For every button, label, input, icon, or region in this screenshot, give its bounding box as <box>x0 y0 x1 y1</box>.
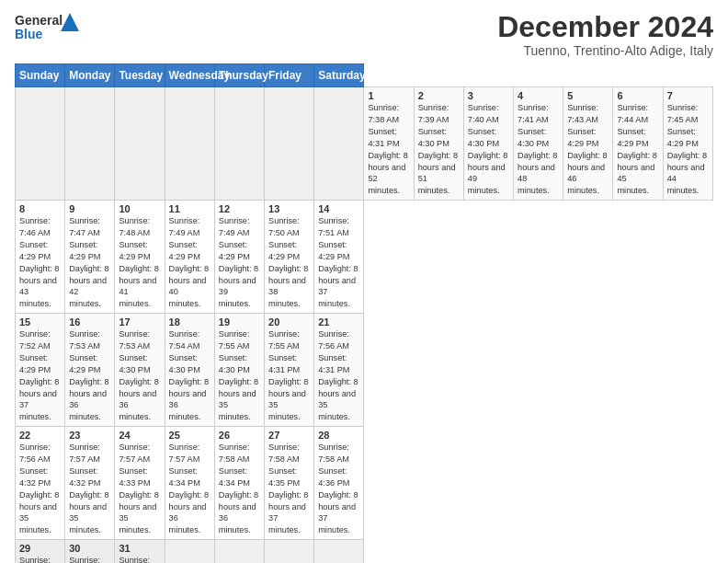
svg-text:General: General <box>15 13 63 28</box>
day-number: 27 <box>268 430 310 441</box>
day-number: 10 <box>119 203 160 214</box>
day-number: 26 <box>219 430 260 441</box>
day-info: Sunrise: 7:58 AM Sunset: 4:37 PM Dayligh… <box>69 555 110 563</box>
day-info: Sunrise: 7:44 AM Sunset: 4:29 PM Dayligh… <box>617 102 658 197</box>
table-row <box>265 540 314 563</box>
table-row: 21 Sunrise: 7:56 AM Sunset: 4:31 PM Dayl… <box>314 314 364 427</box>
table-row: 31 Sunrise: 7:59 AM Sunset: 4:38 PM Dayl… <box>115 540 165 563</box>
table-row <box>214 540 264 563</box>
day-number: 16 <box>69 316 110 327</box>
day-number: 25 <box>169 430 210 441</box>
day-number: 6 <box>617 90 658 101</box>
table-row: 5 Sunrise: 7:43 AM Sunset: 4:29 PM Dayli… <box>563 87 613 201</box>
day-info: Sunrise: 7:43 AM Sunset: 4:29 PM Dayligh… <box>567 102 609 197</box>
calendar-week-row: 22 Sunrise: 7:56 AM Sunset: 4:32 PM Dayl… <box>16 427 713 540</box>
header-row: Sunday Monday Tuesday Wednesday Thursday… <box>16 64 713 87</box>
day-number: 1 <box>368 90 409 101</box>
table-row: 26 Sunrise: 7:58 AM Sunset: 4:34 PM Dayl… <box>214 427 264 540</box>
day-info: Sunrise: 7:57 AM Sunset: 4:33 PM Dayligh… <box>119 442 160 536</box>
day-number: 19 <box>219 316 260 327</box>
day-info: Sunrise: 7:49 AM Sunset: 4:29 PM Dayligh… <box>219 215 260 310</box>
day-number: 2 <box>418 90 460 101</box>
table-row: 1 Sunrise: 7:38 AM Sunset: 4:31 PM Dayli… <box>364 87 414 201</box>
col-saturday: Saturday <box>314 64 364 87</box>
day-number: 28 <box>318 430 359 441</box>
day-number: 9 <box>69 203 110 214</box>
day-number: 17 <box>119 316 160 327</box>
table-row <box>65 87 115 201</box>
table-row <box>165 87 214 201</box>
day-info: Sunrise: 7:55 AM Sunset: 4:30 PM Dayligh… <box>219 328 260 423</box>
table-row: 10 Sunrise: 7:48 AM Sunset: 4:29 PM Dayl… <box>115 201 165 314</box>
day-number: 5 <box>567 90 609 101</box>
svg-marker-2 <box>61 13 79 31</box>
day-info: Sunrise: 7:41 AM Sunset: 4:30 PM Dayligh… <box>518 102 559 197</box>
calendar-week-row: 29 Sunrise: 7:58 AM Sunset: 4:36 PM Dayl… <box>16 540 713 563</box>
day-info: Sunrise: 7:57 AM Sunset: 4:34 PM Dayligh… <box>169 442 210 536</box>
table-row: 23 Sunrise: 7:57 AM Sunset: 4:32 PM Dayl… <box>65 427 115 540</box>
col-tuesday: Tuesday <box>115 64 165 87</box>
logo: General Blue <box>15 11 79 53</box>
table-row: 7 Sunrise: 7:45 AM Sunset: 4:29 PM Dayli… <box>663 87 712 201</box>
table-row <box>115 87 165 201</box>
table-row: 27 Sunrise: 7:58 AM Sunset: 4:35 PM Dayl… <box>265 427 314 540</box>
table-row: 19 Sunrise: 7:55 AM Sunset: 4:30 PM Dayl… <box>214 314 264 427</box>
logo-svg: General Blue <box>15 11 79 53</box>
calendar-table: Sunday Monday Tuesday Wednesday Thursday… <box>15 63 713 563</box>
day-info: Sunrise: 7:46 AM Sunset: 4:29 PM Dayligh… <box>19 215 61 310</box>
calendar-week-row: 1 Sunrise: 7:38 AM Sunset: 4:31 PM Dayli… <box>16 87 713 201</box>
table-row <box>314 87 364 201</box>
col-friday: Friday <box>265 64 314 87</box>
col-wednesday: Wednesday <box>165 64 214 87</box>
calendar-page: General Blue December 2024 Tuenno, Trent… <box>0 0 728 563</box>
calendar-week-row: 8 Sunrise: 7:46 AM Sunset: 4:29 PM Dayli… <box>16 201 713 314</box>
table-row: 8 Sunrise: 7:46 AM Sunset: 4:29 PM Dayli… <box>16 201 65 314</box>
day-number: 11 <box>169 203 210 214</box>
table-row: 11 Sunrise: 7:49 AM Sunset: 4:29 PM Dayl… <box>165 201 214 314</box>
day-info: Sunrise: 7:51 AM Sunset: 4:29 PM Dayligh… <box>318 215 359 310</box>
table-row: 15 Sunrise: 7:52 AM Sunset: 4:29 PM Dayl… <box>16 314 65 427</box>
header: General Blue December 2024 Tuenno, Trent… <box>15 11 713 58</box>
day-number: 12 <box>219 203 260 214</box>
day-info: Sunrise: 7:58 AM Sunset: 4:34 PM Dayligh… <box>219 442 260 536</box>
day-info: Sunrise: 7:38 AM Sunset: 4:31 PM Dayligh… <box>368 102 409 197</box>
day-info: Sunrise: 7:49 AM Sunset: 4:29 PM Dayligh… <box>169 215 210 310</box>
day-number: 15 <box>19 316 61 327</box>
table-row: 18 Sunrise: 7:54 AM Sunset: 4:30 PM Dayl… <box>165 314 214 427</box>
day-number: 30 <box>69 543 110 554</box>
day-info: Sunrise: 7:55 AM Sunset: 4:31 PM Dayligh… <box>268 328 310 423</box>
day-number: 13 <box>268 203 310 214</box>
month-title: December 2024 <box>497 11 713 43</box>
day-info: Sunrise: 7:47 AM Sunset: 4:29 PM Dayligh… <box>69 215 110 310</box>
day-info: Sunrise: 7:50 AM Sunset: 4:29 PM Dayligh… <box>268 215 310 310</box>
day-info: Sunrise: 7:58 AM Sunset: 4:36 PM Dayligh… <box>318 442 359 536</box>
day-info: Sunrise: 7:58 AM Sunset: 4:36 PM Dayligh… <box>19 555 61 563</box>
day-number: 23 <box>69 430 110 441</box>
day-number: 24 <box>119 430 160 441</box>
day-number: 18 <box>169 316 210 327</box>
table-row: 2 Sunrise: 7:39 AM Sunset: 4:30 PM Dayli… <box>414 87 463 201</box>
calendar-week-row: 15 Sunrise: 7:52 AM Sunset: 4:29 PM Dayl… <box>16 314 713 427</box>
day-info: Sunrise: 7:56 AM Sunset: 4:32 PM Dayligh… <box>19 442 61 536</box>
day-number: 8 <box>19 203 61 214</box>
table-row: 25 Sunrise: 7:57 AM Sunset: 4:34 PM Dayl… <box>165 427 214 540</box>
table-row: 9 Sunrise: 7:47 AM Sunset: 4:29 PM Dayli… <box>65 201 115 314</box>
title-block: December 2024 Tuenno, Trentino-Alto Adig… <box>497 11 713 58</box>
table-row <box>314 540 364 563</box>
table-row: 3 Sunrise: 7:40 AM Sunset: 4:30 PM Dayli… <box>463 87 513 201</box>
table-row: 6 Sunrise: 7:44 AM Sunset: 4:29 PM Dayli… <box>613 87 663 201</box>
table-row: 24 Sunrise: 7:57 AM Sunset: 4:33 PM Dayl… <box>115 427 165 540</box>
day-number: 21 <box>318 316 359 327</box>
day-info: Sunrise: 7:54 AM Sunset: 4:30 PM Dayligh… <box>169 328 210 423</box>
day-info: Sunrise: 7:56 AM Sunset: 4:31 PM Dayligh… <box>318 328 359 423</box>
table-row: 16 Sunrise: 7:53 AM Sunset: 4:29 PM Dayl… <box>65 314 115 427</box>
day-info: Sunrise: 7:57 AM Sunset: 4:32 PM Dayligh… <box>69 442 110 536</box>
table-row: 14 Sunrise: 7:51 AM Sunset: 4:29 PM Dayl… <box>314 201 364 314</box>
table-row: 22 Sunrise: 7:56 AM Sunset: 4:32 PM Dayl… <box>16 427 65 540</box>
table-row: 12 Sunrise: 7:49 AM Sunset: 4:29 PM Dayl… <box>214 201 264 314</box>
day-number: 29 <box>19 543 61 554</box>
svg-text:Blue: Blue <box>15 27 43 41</box>
table-row <box>165 540 214 563</box>
day-number: 7 <box>667 90 709 101</box>
table-row: 4 Sunrise: 7:41 AM Sunset: 4:30 PM Dayli… <box>514 87 563 201</box>
